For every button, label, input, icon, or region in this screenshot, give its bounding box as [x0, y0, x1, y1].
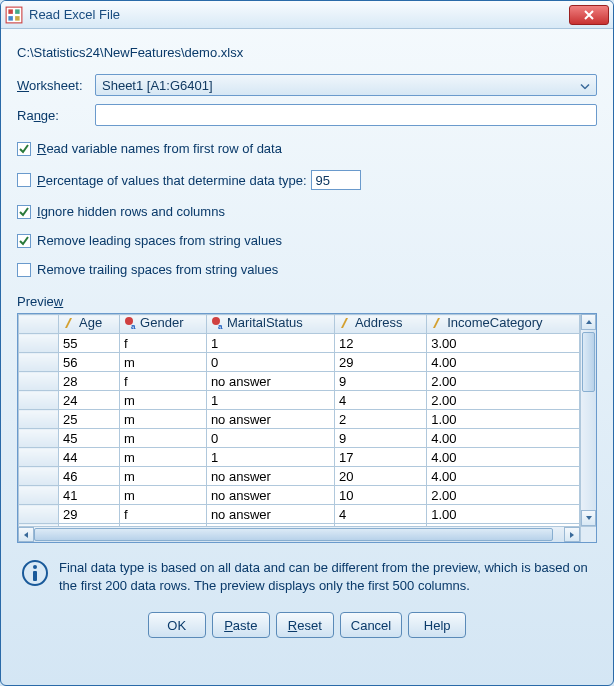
table-cell[interactable]: 0: [206, 353, 334, 372]
table-cell[interactable]: 29: [59, 505, 120, 524]
table-row[interactable]: 44m1174.00: [19, 448, 580, 467]
scroll-left-button[interactable]: [18, 527, 34, 542]
table-cell[interactable]: no answer: [206, 486, 334, 505]
paste-button[interactable]: Paste: [212, 612, 270, 638]
table-cell[interactable]: 45: [59, 429, 120, 448]
close-button[interactable]: [569, 5, 609, 25]
table-row[interactable]: 46mno answer204.00: [19, 467, 580, 486]
table-cell[interactable]: no answer: [206, 410, 334, 429]
table-cell[interactable]: m: [120, 391, 207, 410]
table-cell[interactable]: 28: [59, 372, 120, 391]
table-cell[interactable]: 9: [334, 429, 426, 448]
scroll-down-button[interactable]: [581, 510, 596, 526]
preview-table-area: AgeaGenderaMaritalStatusAddressIncomeCat…: [18, 314, 580, 526]
table-cell[interactable]: 1.00: [427, 505, 580, 524]
column-header[interactable]: Age: [59, 315, 120, 334]
horizontal-scrollbar[interactable]: [18, 526, 596, 542]
column-header[interactable]: IncomeCategory: [427, 315, 580, 334]
info-row: Final data type is based on all data and…: [21, 559, 593, 594]
row-header-cell[interactable]: [19, 334, 59, 353]
table-cell[interactable]: 0: [206, 429, 334, 448]
table-row[interactable]: 45m094.00: [19, 429, 580, 448]
row-header-cell[interactable]: [19, 467, 59, 486]
checkbox-read-varnames[interactable]: [17, 142, 31, 156]
table-cell[interactable]: 2.00: [427, 486, 580, 505]
table-cell[interactable]: f: [120, 505, 207, 524]
row-header-cell[interactable]: [19, 448, 59, 467]
table-row[interactable]: 25mno answer21.00: [19, 410, 580, 429]
table-cell[interactable]: m: [120, 410, 207, 429]
row-header-cell[interactable]: [19, 372, 59, 391]
table-cell[interactable]: 10: [334, 486, 426, 505]
table-cell[interactable]: 9: [334, 372, 426, 391]
help-button[interactable]: Help: [408, 612, 466, 638]
table-cell[interactable]: 41: [59, 486, 120, 505]
ok-button[interactable]: OK: [148, 612, 206, 638]
table-row[interactable]: 29fno answer41.00: [19, 505, 580, 524]
scroll-up-button[interactable]: [581, 314, 596, 330]
scroll-thumb-vertical[interactable]: [582, 332, 595, 392]
row-header-cell[interactable]: [19, 353, 59, 372]
table-row[interactable]: 56m0294.00: [19, 353, 580, 372]
table-cell[interactable]: 20: [334, 467, 426, 486]
reset-button[interactable]: Reset: [276, 612, 334, 638]
table-cell[interactable]: 55: [59, 334, 120, 353]
scroll-right-button[interactable]: [564, 527, 580, 542]
row-header-cell[interactable]: [19, 505, 59, 524]
table-cell[interactable]: 25: [59, 410, 120, 429]
checkbox-ignore-hidden[interactable]: [17, 205, 31, 219]
table-cell[interactable]: 56: [59, 353, 120, 372]
table-cell[interactable]: 4: [334, 505, 426, 524]
table-cell[interactable]: 1: [206, 448, 334, 467]
worksheet-combo[interactable]: Sheet1 [A1:G6401]: [95, 74, 597, 96]
table-cell[interactable]: 1.00: [427, 410, 580, 429]
table-cell[interactable]: 29: [334, 353, 426, 372]
table-cell[interactable]: m: [120, 486, 207, 505]
numeric-type-icon: [63, 316, 77, 333]
pct-datatype-input[interactable]: [311, 170, 361, 190]
table-cell[interactable]: 3.00: [427, 334, 580, 353]
table-cell[interactable]: m: [120, 467, 207, 486]
row-header-cell[interactable]: [19, 486, 59, 505]
checkbox-remove-trailing[interactable]: [17, 263, 31, 277]
table-cell[interactable]: 2.00: [427, 391, 580, 410]
checkbox-remove-leading[interactable]: [17, 234, 31, 248]
scroll-thumb-horizontal[interactable]: [34, 528, 553, 541]
table-cell[interactable]: 24: [59, 391, 120, 410]
table-row[interactable]: 55f1123.00: [19, 334, 580, 353]
table-row[interactable]: 28fno answer92.00: [19, 372, 580, 391]
row-header-cell[interactable]: [19, 391, 59, 410]
table-row[interactable]: 24m142.00: [19, 391, 580, 410]
table-cell[interactable]: 2.00: [427, 372, 580, 391]
vertical-scrollbar[interactable]: [580, 314, 596, 526]
table-cell[interactable]: no answer: [206, 467, 334, 486]
row-header-cell[interactable]: [19, 429, 59, 448]
table-cell[interactable]: 4.00: [427, 467, 580, 486]
table-row[interactable]: 41mno answer102.00: [19, 486, 580, 505]
table-cell[interactable]: 17: [334, 448, 426, 467]
table-cell[interactable]: 4.00: [427, 353, 580, 372]
checkbox-pct-datatype[interactable]: [17, 173, 31, 187]
table-cell[interactable]: 1: [206, 334, 334, 353]
table-cell[interactable]: 4.00: [427, 429, 580, 448]
cancel-button[interactable]: Cancel: [340, 612, 402, 638]
table-cell[interactable]: 1: [206, 391, 334, 410]
table-cell[interactable]: f: [120, 372, 207, 391]
table-cell[interactable]: 4: [334, 391, 426, 410]
column-header[interactable]: aGender: [120, 315, 207, 334]
table-cell[interactable]: no answer: [206, 372, 334, 391]
table-cell[interactable]: m: [120, 448, 207, 467]
table-cell[interactable]: 12: [334, 334, 426, 353]
table-cell[interactable]: m: [120, 429, 207, 448]
table-cell[interactable]: 4.00: [427, 448, 580, 467]
range-input[interactable]: [95, 104, 597, 126]
table-cell[interactable]: 2: [334, 410, 426, 429]
table-cell[interactable]: m: [120, 353, 207, 372]
column-header[interactable]: Address: [334, 315, 426, 334]
table-cell[interactable]: f: [120, 334, 207, 353]
table-cell[interactable]: 44: [59, 448, 120, 467]
row-header-cell[interactable]: [19, 410, 59, 429]
table-cell[interactable]: 46: [59, 467, 120, 486]
column-header[interactable]: aMaritalStatus: [206, 315, 334, 334]
table-cell[interactable]: no answer: [206, 505, 334, 524]
